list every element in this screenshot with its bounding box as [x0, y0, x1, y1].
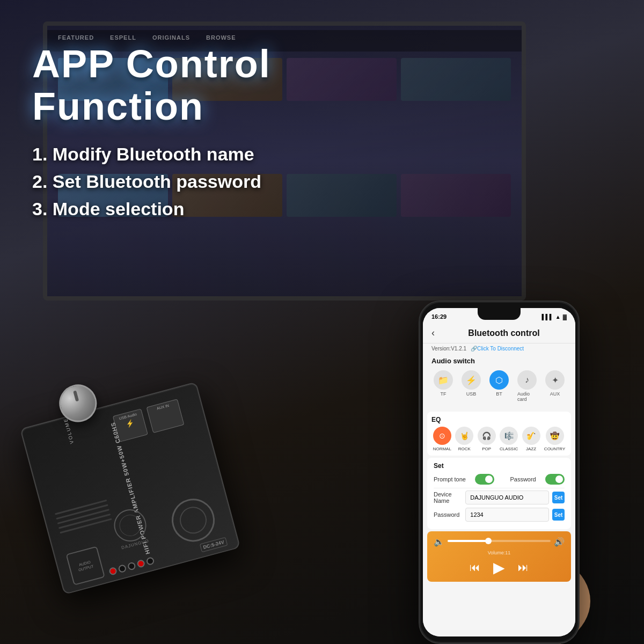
phone-frame: 16:29 ▌▌▌ ▲ ▓ ‹ Bluetooth control — [419, 301, 580, 644]
pcb-board: VOLUME AUX IN USB Audio ⚡ HIFI POWER AMP… — [0, 345, 267, 621]
aux-label: AUX — [550, 391, 560, 397]
audio-btn-tf[interactable]: 📁 TF — [429, 367, 457, 405]
audio-btn-audiocard[interactable]: ♪ Audio card — [513, 367, 541, 405]
brand-logo: DAJUNGUO — [111, 506, 151, 551]
rock-label: ROCK — [458, 447, 471, 451]
dc-voltage: DC:5-24V — [200, 537, 228, 552]
prev-button[interactable]: ⏮ — [470, 561, 480, 574]
device-name-set-button[interactable]: Set — [552, 492, 565, 503]
main-content: APP Control Function 1. Modify Bluetooth… — [0, 0, 644, 644]
audio-btn-usb[interactable]: ⚡ USB — [457, 367, 485, 405]
phone-container: 16:29 ▌▌▌ ▲ ▓ ‹ Bluetooth control — [408, 225, 612, 644]
tf-icon: 📁 — [434, 370, 453, 390]
device-name-label: Device Name — [434, 491, 462, 504]
app-title: Bluetooth control — [441, 328, 567, 338]
audio-btn-bt[interactable]: ⬡ BT — [485, 367, 513, 405]
device-name-input[interactable] — [465, 491, 549, 504]
password-toggle[interactable] — [545, 474, 565, 485]
music-player: 🔈 🔊 Volume:11 ⏮ ▶ ⏭ — [427, 531, 571, 582]
set-label: Set — [434, 462, 565, 470]
bt-icon: ⬡ — [489, 370, 509, 390]
eq-btn-normal[interactable]: ⊙ NORMAL — [433, 427, 451, 451]
normal-label: NORMAL — [433, 447, 451, 451]
title-section: APP Control Function 1. Modify Bluetooth… — [32, 43, 354, 219]
classic-icon: 🎼 — [500, 427, 518, 445]
device-name-row: Device Name Set — [434, 491, 565, 504]
feature-3: 3. Mode selection — [32, 199, 354, 219]
eq-row: ⊙ NORMAL 🤘 ROCK 🎧 POP — [431, 427, 567, 451]
eq-btn-rock[interactable]: 🤘 ROCK — [455, 427, 473, 451]
audio-switch-row: 📁 TF ⚡ USB ⬡ BT ♪ Audio — [423, 367, 575, 409]
status-time: 16:29 — [431, 313, 447, 320]
phone-notch — [478, 308, 521, 320]
wifi-icon: ▲ — [555, 314, 561, 320]
volume-knob[interactable] — [55, 380, 101, 427]
progress-thumb — [485, 538, 492, 544]
aux-in-connector: AUX IN — [147, 399, 185, 433]
classic-label: CLASSIC — [500, 447, 518, 451]
pcb-vents — [55, 500, 112, 534]
set-section: Set Prompt tone Password Device Name — [427, 458, 571, 529]
usb-label: USB — [466, 391, 477, 397]
play-button[interactable]: ▶ — [493, 559, 505, 576]
eq-label: EQ — [431, 416, 567, 423]
eq-section: EQ ⊙ NORMAL 🤘 ROCK 🎧 — [427, 412, 571, 456]
country-label: COUNTRY — [544, 447, 565, 451]
signal-icon: ▌▌▌ — [542, 314, 553, 320]
audio-output-port: AUDIOOUTPUT — [65, 546, 105, 585]
status-icons: ▌▌▌ ▲ ▓ — [542, 314, 567, 320]
player-controls: ⏮ ▶ ⏭ — [434, 559, 565, 576]
jazz-label: JAZZ — [526, 447, 536, 451]
vol-down-icon[interactable]: 🔈 — [434, 537, 444, 547]
password-set-button[interactable]: Set — [552, 509, 565, 521]
audio-btn-aux[interactable]: ✦ AUX — [541, 367, 569, 405]
phone-screen: 16:29 ▌▌▌ ▲ ▓ ‹ Bluetooth control — [423, 308, 575, 636]
version-bar: Version:V1.2.1 🔗Click To Disconnect — [423, 343, 575, 354]
country-icon: 🤠 — [546, 427, 564, 445]
eq-btn-classic[interactable]: 🎼 CLASSIC — [500, 427, 518, 451]
audiocard-label: Audio card — [517, 391, 537, 402]
pop-icon: 🎧 — [478, 427, 496, 445]
eq-btn-country[interactable]: 🤠 COUNTRY — [544, 427, 565, 451]
audio-switch-label: Audio switch — [423, 354, 575, 367]
audiocard-icon: ♪ — [517, 370, 537, 390]
eq-btn-jazz[interactable]: 🎷 JAZZ — [522, 427, 540, 451]
phone-app: ‹ Bluetooth control Version:V1.2.1 🔗Clic… — [423, 323, 575, 636]
next-button[interactable]: ⏭ — [518, 561, 529, 574]
jazz-icon: 🎷 — [522, 427, 540, 445]
password-label: Password — [434, 511, 462, 518]
prompt-tone-toggle[interactable] — [475, 474, 494, 485]
progress-fill — [448, 540, 489, 542]
prompt-tone-label: Prompt tone — [434, 476, 466, 482]
bt-label: BT — [496, 391, 502, 397]
pop-label: POP — [482, 447, 491, 451]
page-title: APP Control Function — [32, 43, 354, 128]
prompt-tone-row: Prompt tone Password — [434, 474, 565, 485]
rock-icon: 🤘 — [455, 427, 473, 445]
volume-label: Volume:11 — [434, 550, 565, 555]
progress-bar[interactable] — [448, 540, 551, 542]
features-list: 1. Modify Bluetooth name 2. Set Bluetoot… — [32, 144, 354, 219]
pcb-terminals — [108, 557, 155, 576]
battery-icon: ▓ — [563, 314, 567, 320]
back-button[interactable]: ‹ — [431, 327, 435, 339]
aux-icon: ✦ — [545, 370, 565, 390]
app-header: ‹ Bluetooth control — [423, 323, 575, 343]
password-row: Password Set — [434, 508, 565, 522]
feature-2: 2. Set Bluetooth password — [32, 171, 354, 192]
usb-icon: ⚡ — [462, 370, 481, 390]
disconnect-button[interactable]: 🔗Click To Disconnect — [471, 346, 524, 352]
password-input[interactable] — [465, 508, 549, 522]
password-toggle-label: Password — [510, 476, 536, 482]
normal-icon: ⊙ — [433, 427, 451, 445]
tf-label: TF — [441, 391, 447, 397]
vol-up-icon[interactable]: 🔊 — [554, 537, 565, 547]
feature-1: 1. Modify Bluetooth name — [32, 144, 354, 165]
eq-btn-pop[interactable]: 🎧 POP — [478, 427, 496, 451]
version-text: Version:V1.2.1 — [431, 346, 466, 352]
speaker-symbol — [167, 494, 219, 546]
